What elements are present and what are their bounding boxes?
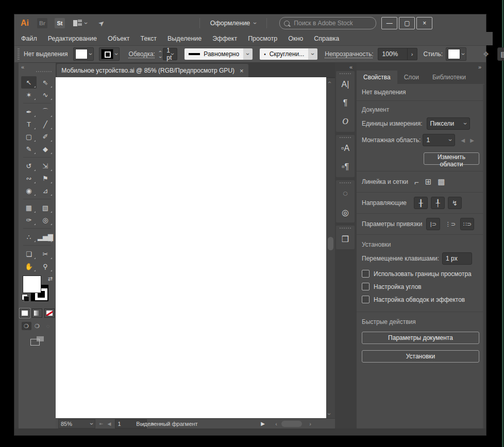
shape-builder-tool[interactable]: ◉ [21,184,37,197]
line-segment-tool[interactable]: ╱ [38,118,53,130]
stroke-panel-link[interactable]: Обводка: [129,50,155,58]
menu-file[interactable]: Файл [21,35,37,42]
character-styles-panel-icon[interactable]: ▫A [336,139,355,158]
snap-cursor-icon[interactable]: ↯ [448,197,462,209]
transparency-panel-icon[interactable]: ◎ [336,203,355,221]
paintbrush-tool[interactable]: ✐ [38,130,53,143]
menu-view[interactable]: Просмотр [248,35,277,42]
eraser-tool[interactable]: ◆ [38,143,53,155]
checkbox[interactable] [362,283,369,290]
workspace-chevron-icon[interactable] [83,22,89,24]
snap-to-point-icon[interactable]: |⊃ [426,218,440,230]
stock-icon[interactable]: St [55,18,65,28]
minimize-button[interactable]: — [381,17,397,29]
panel-scrollbar[interactable] [483,84,484,428]
drag-handle[interactable] [336,180,355,184]
menu-effect[interactable]: Эффект [212,35,237,42]
direct-selection-tool[interactable]: ⇖ [38,76,53,89]
character-panel-icon[interactable]: A| [336,75,355,94]
panel-tab[interactable]: Библиотеки [426,71,473,84]
perspective-grid-tool[interactable]: ⊿ [38,184,53,197]
grid-icon[interactable]: ⊞ [425,177,432,186]
snap-to-pixel-icon[interactable]: ∷⊃ [460,218,474,230]
share-rocket-icon[interactable] [96,18,106,28]
opacity-more-button[interactable]: › [407,48,417,60]
menu-edit[interactable]: Редактирование [48,35,97,42]
draw-behind-icon[interactable]: ❍ [32,322,42,330]
bridge-icon[interactable]: Br [37,18,47,28]
fill-color-dropdown[interactable] [73,47,94,61]
default-colors-icon[interactable] [22,294,28,300]
workspace-switcher[interactable]: Оформление [193,18,274,28]
fill-proxy-swatch[interactable] [23,276,41,293]
horizontal-scroll-thumb[interactable] [281,421,302,427]
artboards-panel-icon[interactable]: ❒ [336,230,355,248]
opacity-panel-link[interactable]: Непрозрачность: [325,50,373,58]
drag-handle[interactable] [336,226,355,230]
color-fill-button[interactable] [20,308,30,318]
menu-type[interactable]: Текст [141,35,157,42]
hand-tool[interactable]: ✋ [21,260,37,272]
width-profile-dropdown[interactable]: Равномерно [184,48,253,60]
eyedropper-tool[interactable]: ✑ [21,214,37,226]
scroll-left-icon[interactable]: ‹ [275,421,277,427]
draw-normal-icon[interactable]: ❍ [22,322,31,330]
checkbox[interactable] [362,270,369,278]
ruler-icon[interactable]: ⌐ [414,178,419,186]
quick-action-button[interactable]: Параметры документа [362,332,479,344]
status-flyout-icon[interactable]: ▶ [261,421,265,426]
stroke-width-dropdown[interactable]: 1 pt [163,48,177,60]
scroll-right-icon[interactable]: › [309,421,311,427]
collapse-panel-group-icon[interactable]: » [478,64,480,70]
panel-tab[interactable]: Свойства [357,71,397,84]
rectangle-tool[interactable]: ▢ [21,130,37,143]
width-tool[interactable]: ∾ [21,172,37,184]
none-fill-button[interactable] [44,308,55,318]
opacity-field[interactable]: 100% › [378,48,417,60]
menu-object[interactable]: Объект [108,35,130,42]
units-dropdown[interactable]: Пиксели [427,117,470,130]
close-tab-icon[interactable]: × [240,67,244,75]
panel-tab[interactable]: Слои [397,71,426,84]
graph-tool[interactable]: ▂▅▇ [38,231,53,243]
document-tab[interactable]: Мобильное устройство.ai @ 85% (RGB/Предп… [57,64,248,77]
show-guides-icon[interactable]: ╂ [414,197,428,209]
vertical-scrollbar[interactable] [326,78,335,418]
vertical-scroll-thumb[interactable] [328,237,333,250]
opentype-panel-icon[interactable]: O [336,112,355,131]
edit-artboards-button[interactable]: Изменить области [424,152,479,165]
close-button[interactable]: × [416,17,432,29]
adobe-stock-search-input[interactable]: Поиск в Adobe Stock [279,17,376,29]
slice-tool[interactable]: ✂ [38,248,53,260]
brush-definition-dropdown[interactable]: • Скруглени... [260,48,317,60]
drag-handle[interactable] [336,71,355,75]
scroll-down-icon[interactable] [326,413,332,415]
stroke-color-dropdown[interactable] [99,47,120,61]
graphic-style-dropdown[interactable] [446,47,466,61]
lock-guides-icon[interactable]: ╀ [431,197,445,209]
zoom-tool[interactable]: ⚲ [38,260,53,272]
shaper-tool[interactable]: ✎ [21,143,37,155]
type-tool[interactable]: T [21,118,37,130]
workspace-layout-icon[interactable] [73,20,82,27]
collapse-panels-icon[interactable]: « [349,64,351,70]
selection-tool[interactable]: ↖ [21,76,37,89]
stroke-width-stepper[interactable] [159,49,161,60]
magic-wand-tool[interactable]: ✶ [21,89,37,101]
blend-tool[interactable]: ◎ [38,214,53,226]
snap-to-grid-icon[interactable]: ⋮⊃ [443,218,457,230]
nudge-field[interactable]: 1 px [442,252,472,265]
scroll-up-icon[interactable] [326,81,332,83]
artboard-tool[interactable]: ❏ [21,248,37,260]
rotate-tool[interactable]: ↺ [21,160,37,172]
menu-window[interactable]: Окно [288,35,303,42]
appearance-panel-icon[interactable]: ◌ [336,184,355,203]
mesh-tool[interactable]: ▦ [21,201,37,214]
artboard-canvas[interactable] [56,77,326,418]
gradient-fill-button[interactable] [32,308,42,318]
maximize-button[interactable]: ▢ [399,17,415,29]
puppet-warp-tool[interactable]: ⚑ [38,172,53,184]
transparency-grid-icon[interactable]: ▩ [438,177,445,186]
stepper-down-icon[interactable] [158,56,163,58]
quick-action-button[interactable]: Установки [362,350,479,363]
